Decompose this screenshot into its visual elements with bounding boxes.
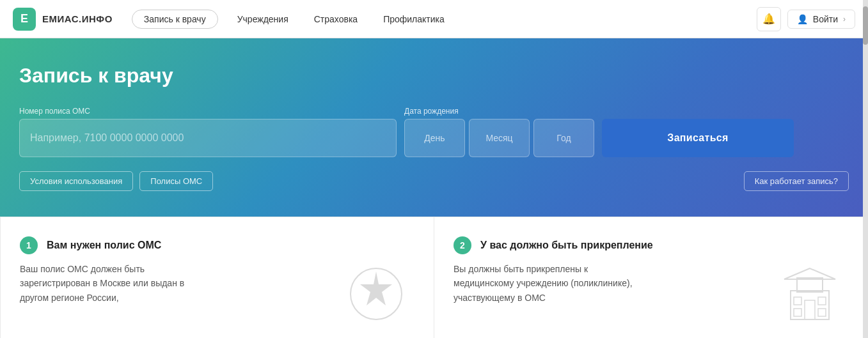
scrollbar-thumb[interactable] (863, 6, 868, 45)
card-2-header: 2 У вас должно быть прикрепление (454, 236, 848, 254)
polis-input[interactable] (19, 119, 397, 157)
scrollbar[interactable] (863, 0, 868, 338)
polis-label: Номер полиса ОМС (19, 107, 397, 116)
year-input[interactable] (533, 119, 594, 157)
hero-links: Условия использования Полисы ОМС (19, 171, 213, 191)
nav-uchrezhdeniya-link[interactable]: Учреждения (231, 10, 295, 28)
date-inputs-row (404, 119, 594, 157)
dob-label: Дата рождения (404, 107, 594, 116)
svg-rect-7 (818, 297, 826, 305)
card-1-number: 1 (20, 236, 38, 254)
svg-rect-9 (818, 309, 826, 316)
nav-strakhovka-link[interactable]: Страховка (308, 10, 364, 28)
bell-icon: 🔔 (762, 13, 775, 25)
header-right: 🔔 👤 Войти › (757, 7, 855, 31)
hero-bottom-row: Условия использования Полисы ОМС Как раб… (19, 171, 849, 191)
submit-button[interactable]: Записаться (602, 119, 794, 157)
login-button[interactable]: 👤 Войти › (787, 10, 855, 29)
arrow-right-icon: › (843, 15, 846, 24)
card-2: 2 У вас должно быть прикрепление Вы долж… (434, 217, 868, 338)
month-input[interactable] (469, 119, 530, 157)
logo-block: Е ЕМИАС.ИНФО (13, 8, 113, 31)
card-2-number: 2 (454, 236, 471, 254)
dob-field-group: Дата рождения (404, 107, 594, 157)
how-it-works-button[interactable]: Как работает запись? (744, 171, 849, 191)
nav-zapisj-button[interactable]: Запись к врачу (132, 10, 218, 29)
logo-text: ЕМИАС.ИНФО (42, 13, 113, 24)
card-1-text: Ваш полис ОМС должен быть зарегистрирова… (20, 262, 199, 305)
card-1-header: 1 Вам нужен полис ОМС (20, 236, 414, 254)
svg-marker-1 (360, 272, 392, 305)
notification-bell-button[interactable]: 🔔 (757, 7, 781, 31)
card-2-title: У вас должно быть прикрепление (480, 240, 653, 251)
card-1-illustration (338, 262, 414, 326)
cards-section: 1 Вам нужен полис ОМС Ваш полис ОМС долж… (0, 217, 868, 338)
polis-field-group: Номер полиса ОМС (19, 107, 397, 157)
appointment-form: Номер полиса ОМС Дата рождения Записатьс… (19, 107, 849, 157)
card-1: 1 Вам нужен полис ОМС Ваш полис ОМС долж… (0, 217, 434, 338)
svg-rect-3 (797, 278, 823, 292)
polis-oms-button[interactable]: Полисы ОМС (139, 171, 213, 191)
card-2-illustration (771, 262, 848, 326)
card-2-body: Вы должны быть прикреплены к медицинском… (454, 262, 848, 326)
hero-title: Запись к врачу (19, 64, 849, 88)
terms-button[interactable]: Условия использования (19, 171, 133, 191)
card-1-body: Ваш полис ОМС должен быть зарегистрирова… (20, 262, 414, 326)
day-input[interactable] (404, 119, 465, 157)
svg-rect-8 (794, 309, 801, 316)
hero-section: Запись к врачу Номер полиса ОМС Дата рож… (0, 38, 868, 217)
card-1-title: Вам нужен полис ОМС (47, 240, 161, 251)
nav-profilaktika-link[interactable]: Профилактика (377, 10, 451, 28)
logo-icon: Е (13, 8, 36, 31)
header: Е ЕМИАС.ИНФО Запись к врачу Учреждения С… (0, 0, 868, 38)
svg-rect-6 (794, 297, 801, 305)
user-icon: 👤 (797, 14, 808, 24)
card-2-text: Вы должны быть прикреплены к медицинском… (454, 262, 633, 305)
login-label: Войти (813, 14, 838, 24)
svg-rect-5 (805, 300, 815, 319)
